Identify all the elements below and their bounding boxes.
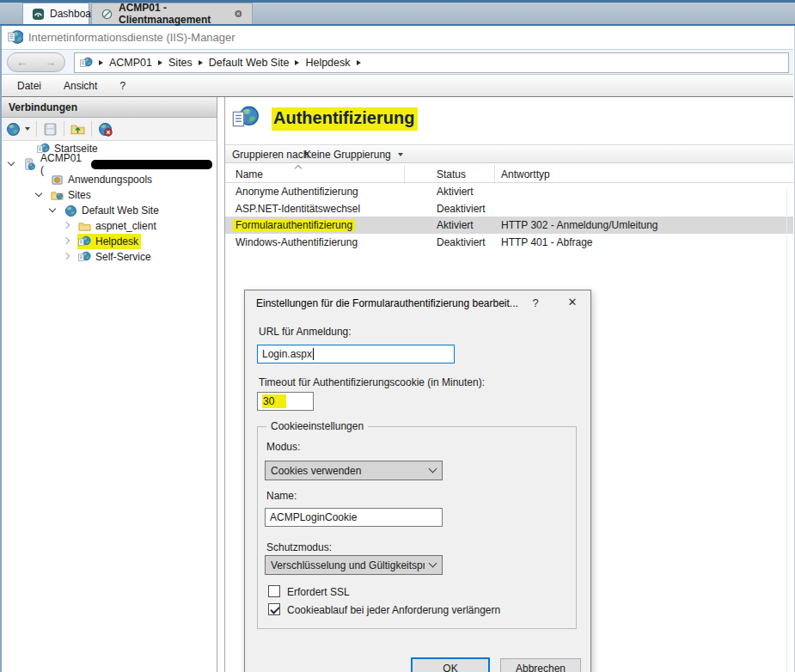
connect-dropdown-caret-icon[interactable]: [25, 127, 30, 131]
help-icon[interactable]: ?: [529, 296, 542, 309]
server-icon: [23, 158, 36, 171]
tree-node[interactable]: Helpdesk: [77, 234, 141, 249]
text-cursor: [313, 348, 314, 360]
tree-item-label: Sites: [68, 189, 91, 201]
collapse-arrow-icon[interactable]: [49, 205, 56, 212]
tab-dashboard[interactable]: Dashboard: [22, 3, 89, 24]
require-ssl-checkbox[interactable]: [268, 585, 280, 597]
breadcrumb-arrow-icon[interactable]: [295, 60, 299, 65]
cell-status: Deaktiviert: [437, 203, 486, 215]
cookie-name-input[interactable]: ACMPLoginCookie: [265, 508, 443, 527]
tree-item-aspnet-client[interactable]: aspnet_client: [2, 218, 217, 234]
chevron-down-icon: [429, 465, 437, 473]
tree-node[interactable]: Anwendungspools: [50, 172, 155, 187]
mode-value: Cookies verwenden: [271, 465, 425, 477]
breadcrumb[interactable]: ACMP01SitesDefault Web SiteHelpdesk: [74, 52, 789, 73]
collapse-arrow-icon[interactable]: [35, 190, 42, 197]
tab-acmp01-clientmanagement[interactable]: ACMP01 - Clientmanagement: [91, 3, 253, 24]
column-header-status[interactable]: Status: [437, 168, 466, 180]
tab-close-icon[interactable]: [234, 8, 243, 20]
menu-ansicht[interactable]: Ansicht: [64, 80, 97, 92]
sliding-expiration-label: Cookieablauf bei jeder Anforderung verlä…: [287, 604, 500, 616]
collapse-arrow-icon[interactable]: [8, 159, 15, 166]
iis-manager-window: Internetinformationsdienste (IIS)-Manage…: [0, 26, 795, 672]
back-button[interactable]: ←: [16, 56, 28, 69]
cell-name: ASP.NET-Identitätswechsel: [235, 203, 360, 215]
tree-item-acmp01[interactable]: ACMP01 (): [2, 156, 217, 172]
ok-button[interactable]: OK: [411, 657, 490, 672]
require-ssl-label: Erfordert SSL: [287, 586, 350, 598]
protection-mode-label: Schutzmodus:: [266, 541, 332, 553]
tree-item-self-service[interactable]: Self-Service: [2, 249, 217, 265]
tree-item-helpdesk[interactable]: Helpdesk: [2, 234, 217, 249]
breadcrumb-item-default-web-site[interactable]: Default Web Site: [209, 57, 290, 69]
table-row-windows-authentifizierung[interactable]: Windows-AuthentifizierungDeaktiviertHTTP…: [225, 234, 793, 251]
cell-response-type: HTTP 401 - Abfrage: [501, 236, 593, 248]
login-url-input[interactable]: Login.aspx: [257, 345, 455, 363]
breadcrumb-arrow-icon[interactable]: [99, 60, 103, 65]
cell-name: Windows-Authentifizierung: [235, 236, 358, 248]
breadcrumb-arrow-icon[interactable]: [357, 60, 361, 65]
window-title-bar: Internetinformationsdienste (IIS)-Manage…: [2, 26, 793, 49]
table-row-formularauthentifizierung[interactable]: FormularauthentifizierungAktiviertHTTP 3…: [225, 217, 793, 234]
group-by-toolbar: Gruppieren nach: Keine Gruppierung: [225, 144, 793, 163]
cancel-button[interactable]: Abbrechen: [500, 658, 581, 672]
tree-item-label: Anwendungspools: [68, 174, 152, 186]
folder-up-icon[interactable]: [70, 122, 85, 137]
sort-ascending-icon: [295, 165, 302, 172]
cookie-settings-legend: Cookieeinstellungen: [266, 420, 368, 432]
tree-node[interactable]: Sites: [50, 187, 94, 203]
mode-dropdown[interactable]: Cookies verwenden: [265, 461, 443, 480]
timeout-input[interactable]: 30: [257, 392, 314, 411]
dialog-title: Einstellungen für die Formularauthentifi…: [256, 297, 518, 309]
expand-arrow-icon[interactable]: [63, 237, 70, 244]
close-icon[interactable]: ✕: [565, 296, 580, 309]
dashboard-icon: [32, 8, 45, 21]
remove-connection-icon[interactable]: [98, 122, 113, 137]
save-icon[interactable]: [43, 122, 58, 137]
dialog-title-bar[interactable]: Einstellungen für die Formularauthentifi…: [245, 290, 590, 316]
tree-item-sites[interactable]: Sites: [2, 187, 217, 203]
breadcrumb-item-acmp01[interactable]: ACMP01: [109, 57, 152, 69]
menu-datei[interactable]: Datei: [17, 80, 41, 92]
tree-item-label: Self-Service: [95, 251, 151, 263]
panel-splitter[interactable]: [217, 97, 225, 672]
breadcrumb-item-sites[interactable]: Sites: [168, 57, 193, 69]
connections-panel: Verbindungen StartseiteACMP01 ()Anwendun…: [2, 97, 217, 672]
column-header-name[interactable]: Name: [235, 168, 263, 180]
tree-item-label: aspnet_client: [95, 220, 156, 232]
sliding-expiration-checkbox[interactable]: [268, 603, 280, 615]
timeout-label: Timeout für Authentifizierungscookie (in…: [259, 376, 485, 388]
tree-item-default-web-site[interactable]: Default Web Site: [2, 203, 217, 218]
group-by-value: Keine Gruppierung: [304, 149, 391, 161]
tree-node[interactable]: ACMP01 (): [22, 156, 223, 172]
tree-item-startseite[interactable]: Startseite: [2, 141, 217, 156]
connection-icon: [101, 8, 113, 21]
toolbar-divider: [36, 121, 37, 137]
breadcrumb-arrow-icon[interactable]: [199, 60, 203, 65]
column-divider[interactable]: [494, 165, 495, 182]
tree-node[interactable]: Self-Service: [77, 249, 154, 265]
group-by-dropdown[interactable]: Keine Gruppierung: [301, 147, 407, 162]
column-header-response[interactable]: Antworttyp: [501, 168, 550, 180]
breadcrumb-arrow-icon[interactable]: [158, 60, 162, 65]
expand-arrow-icon[interactable]: [63, 253, 70, 260]
table-row-asp-net-identit-tswechsel[interactable]: ASP.NET-IdentitätswechselDeaktiviert: [225, 200, 793, 217]
sites-icon: [51, 189, 64, 202]
connect-globe-icon[interactable]: [6, 122, 21, 137]
timeout-value: 30: [262, 394, 286, 408]
breadcrumb-item-helpdesk[interactable]: Helpdesk: [305, 57, 350, 69]
tree-node[interactable]: Default Web Site: [64, 203, 162, 218]
tree-node[interactable]: aspnet_client: [77, 218, 159, 234]
expand-arrow-icon[interactable]: [63, 222, 70, 229]
cell-response-type: HTTP 302 - Anmeldung/Umleitung: [501, 219, 658, 231]
cell-status: Aktiviert: [437, 186, 474, 198]
protection-mode-dropdown[interactable]: Verschlüsselung und Gültigkeitsprü: [265, 555, 443, 575]
column-divider[interactable]: [404, 165, 405, 182]
cell-status: Deaktiviert: [437, 236, 486, 248]
menu-[interactable]: ?: [119, 80, 125, 92]
tree-item-anwendungspools[interactable]: Anwendungspools: [2, 172, 217, 187]
table-row-anonyme-authentifizierung[interactable]: Anonyme AuthentifizierungAktiviert: [225, 183, 793, 200]
nav-buttons: ← →: [7, 52, 65, 72]
forward-button[interactable]: →: [45, 56, 56, 69]
